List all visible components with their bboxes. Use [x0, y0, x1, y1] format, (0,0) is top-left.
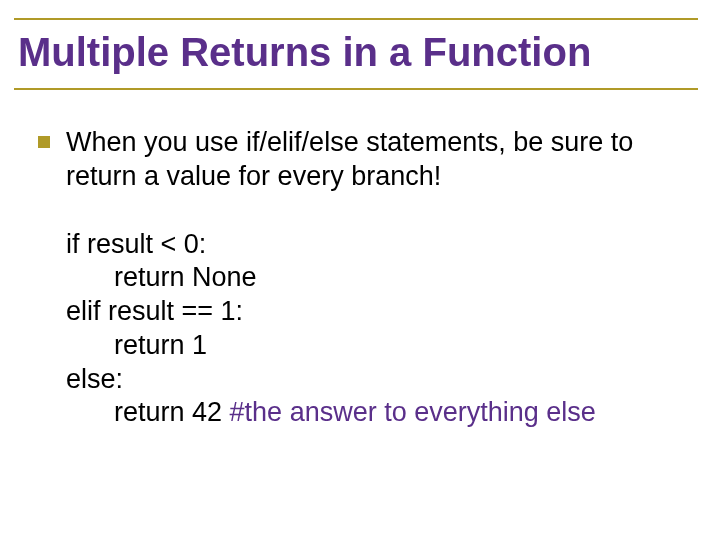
- code-line: return 42 #the answer to everything else: [66, 396, 680, 430]
- code-line: else:: [66, 363, 680, 397]
- square-bullet-icon: [38, 136, 50, 148]
- bullet-text: When you use if/elif/else statements, be…: [66, 126, 680, 194]
- slide: Multiple Returns in a Function When you …: [0, 0, 720, 540]
- code-line: return 1: [66, 329, 680, 363]
- code-comment: #the answer to everything else: [230, 397, 596, 427]
- slide-body: When you use if/elif/else statements, be…: [10, 90, 710, 430]
- code-line: if result < 0:: [66, 228, 680, 262]
- code-line: return None: [66, 261, 680, 295]
- code-text: return 42: [114, 397, 230, 427]
- bullet-item: When you use if/elif/else statements, be…: [38, 126, 680, 194]
- title-container: Multiple Returns in a Function: [14, 18, 698, 90]
- slide-title: Multiple Returns in a Function: [18, 30, 698, 74]
- code-block: if result < 0: return None elif result =…: [66, 228, 680, 431]
- code-line: elif result == 1:: [66, 295, 680, 329]
